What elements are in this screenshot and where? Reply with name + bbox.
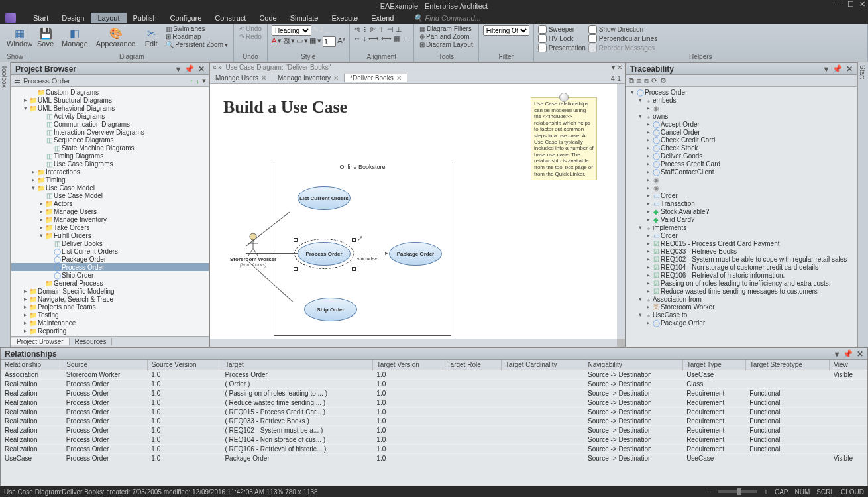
tree-node[interactable]: ◫Communication Diagrams: [11, 120, 209, 128]
filtering-select[interactable]: Filtering Off: [483, 25, 529, 36]
diagram-canvas[interactable]: Build a Use Case Use Case relationships …: [210, 84, 617, 339]
menu-execute[interactable]: Execute: [325, 13, 364, 23]
table-header[interactable]: Target Role: [443, 360, 501, 370]
tree-node[interactable]: ▸📁Reporting: [11, 327, 209, 335]
tree-node[interactable]: ▸☑REQ106 - Retrieval of historic informa…: [626, 271, 857, 279]
tree-node[interactable]: ▸◯Check Stock: [626, 144, 857, 152]
pb-down-icon[interactable]: ↓: [196, 77, 200, 85]
same-size-icon[interactable]: ▦: [394, 34, 400, 43]
tree-node[interactable]: ▸◆Valid Card?: [626, 215, 857, 223]
align-center-icon[interactable]: ⫶: [363, 25, 367, 34]
menu-publish[interactable]: Publish: [127, 13, 164, 23]
table-row[interactable]: UseCaseProcess Order1.0Package Order1.0S…: [1, 454, 867, 463]
edit-button[interactable]: ✂Edit: [140, 25, 162, 49]
tree-node[interactable]: ▸◯Process Credit Card: [626, 160, 857, 168]
include-uc2-uc3[interactable]: [352, 254, 389, 254]
same-height-icon[interactable]: ⟷: [381, 34, 392, 43]
doc-tab-deliver-books[interactable]: *Deliver Books✕: [345, 74, 407, 82]
table-header[interactable]: Target Version: [372, 360, 443, 370]
pb-new-icon[interactable]: ▾: [202, 76, 206, 85]
line-color-icon[interactable]: ▭: [296, 36, 303, 47]
same-width-icon[interactable]: ⟷: [368, 34, 379, 43]
table-header[interactable]: Source Version: [147, 360, 221, 370]
minimize-icon[interactable]: —: [835, 0, 842, 9]
panel-pin-icon[interactable]: 📌: [832, 64, 842, 74]
diagram-filters-button[interactable]: ▦ Diagram Filters: [418, 25, 474, 32]
table-row[interactable]: RealizationProcess Order1.0( Reduce wast…: [1, 398, 867, 408]
tree-node[interactable]: ▸◉: [626, 104, 857, 112]
diagram-menu-icon[interactable]: ▾ ✕: [612, 64, 622, 71]
tree-node[interactable]: ▾◯Process Order: [626, 88, 857, 96]
tree-node[interactable]: ▾↳Association from: [626, 295, 857, 303]
tree-node[interactable]: ◫Sequence Diagrams: [11, 136, 209, 144]
tree-node[interactable]: ▸📁Testing: [11, 311, 209, 319]
tree-node[interactable]: ▾📁UML Behavioral Diagrams: [11, 104, 209, 112]
tree-node[interactable]: ▸📁Take Orders: [11, 223, 209, 231]
zoom-out-icon[interactable]: −: [707, 488, 711, 496]
panel-pin-icon[interactable]: 📌: [184, 64, 194, 74]
tree-node[interactable]: ◯Process Order: [11, 263, 209, 271]
tree-node[interactable]: ▸▭Order: [626, 231, 857, 239]
presentation-check[interactable]: Presentation: [538, 44, 586, 52]
panel-menu-icon[interactable]: ▾: [824, 64, 828, 74]
tree-node[interactable]: 📁General Process: [11, 279, 209, 287]
menu-configure[interactable]: Configure: [164, 13, 209, 23]
zoom-in-icon[interactable]: +: [764, 488, 768, 496]
close-icon[interactable]: ✕: [396, 74, 402, 82]
tree-node[interactable]: ▾📁Fulfill Orders: [11, 231, 209, 239]
tree-node[interactable]: ◫State Machine Diagrams: [11, 144, 209, 152]
tree-node[interactable]: ▸☑REQ104 - Non storage of customer credi…: [626, 263, 857, 271]
tree-node[interactable]: ◯List Current Orders: [11, 247, 209, 255]
tree-node[interactable]: ▾↳UseCase to: [626, 311, 857, 319]
tab-project-browser[interactable]: Project Browser: [11, 338, 70, 345]
menu-construct[interactable]: Construct: [208, 13, 252, 23]
reorder-check[interactable]: Reorder Messages: [588, 44, 657, 52]
usecase-list-current-orders[interactable]: List Current Orders: [298, 186, 351, 210]
pb-up-icon[interactable]: ↑: [190, 77, 193, 85]
tree-node[interactable]: ▸☑REQ102 - System must be able to cope w…: [626, 255, 857, 263]
canvas-h-scrollbar[interactable]: [210, 339, 617, 347]
tree-node[interactable]: ▸📁Timing: [11, 176, 209, 184]
doc-pager[interactable]: 4 1: [607, 74, 625, 82]
dist-h-icon[interactable]: ↔: [354, 34, 361, 43]
tree-node[interactable]: ▸▭Transaction: [626, 199, 857, 207]
zoom-slider[interactable]: [718, 490, 757, 493]
usecase-package-order[interactable]: Package Order: [389, 242, 442, 266]
tree-node[interactable]: ▸📁Projects and Teams: [11, 303, 209, 311]
menu-extend[interactable]: Extend: [364, 13, 400, 23]
menu-start[interactable]: Start: [27, 13, 55, 23]
space-icon[interactable]: ⋯: [402, 34, 409, 43]
persistent-zoom-button[interactable]: 🔍 Persistent Zoom ▾: [164, 41, 229, 48]
tree-node[interactable]: ▸📁Actors: [11, 199, 209, 207]
tree-node[interactable]: ◯Package Order: [11, 255, 209, 263]
align-top-icon[interactable]: ⊤: [378, 25, 385, 34]
panel-close-icon[interactable]: ✕: [198, 64, 205, 74]
save-button[interactable]: 💾Save: [34, 25, 56, 49]
tree-node[interactable]: ▸📁Interactions: [11, 168, 209, 176]
align-bottom-icon[interactable]: ⊥: [396, 25, 402, 34]
table-header[interactable]: Navigability: [584, 360, 682, 370]
find-command[interactable]: 🔍 Find Command...: [413, 14, 480, 23]
tree-node[interactable]: ▸📁Domain Specific Modeling: [11, 287, 209, 295]
roadmap-button[interactable]: ⊞ Roadmap: [164, 33, 229, 40]
doc-tab-manage-inventory[interactable]: Manage Inventory✕: [272, 74, 345, 82]
align-middle-icon[interactable]: ⊣: [387, 25, 394, 34]
undo-button[interactable]: ↶ Undo: [238, 25, 263, 32]
tree-node[interactable]: ▸◉: [626, 176, 857, 184]
usecase-ship-order[interactable]: Ship Order: [304, 298, 357, 321]
pb-root[interactable]: Process Order: [23, 77, 70, 85]
tree-node[interactable]: ▸📁Navigate, Search & Trace: [11, 295, 209, 303]
tree-node[interactable]: ▾↳implements: [626, 223, 857, 231]
close-icon[interactable]: ✕: [261, 74, 266, 82]
tree-node[interactable]: ◯Ship Order: [11, 271, 209, 279]
table-row[interactable]: RealizationProcess Order1.0( REQ106 - Re…: [1, 445, 867, 454]
perp-check[interactable]: Perpendicular Lines: [588, 34, 657, 43]
line-width-input[interactable]: [323, 36, 336, 47]
tr-icon-2[interactable]: ⧈: [637, 76, 641, 85]
project-browser-tree[interactable]: 📁Custom Diagrams▸📁UML Structural Diagram…: [11, 87, 209, 336]
table-row[interactable]: RealizationProcess Order1.0( Passing on …: [1, 389, 867, 398]
start-strip[interactable]: Start: [857, 62, 868, 347]
tree-node[interactable]: ▸◆Stock Available?: [626, 207, 857, 215]
close-icon[interactable]: ✕: [333, 74, 339, 82]
dist-v-icon[interactable]: ↕: [363, 34, 367, 43]
